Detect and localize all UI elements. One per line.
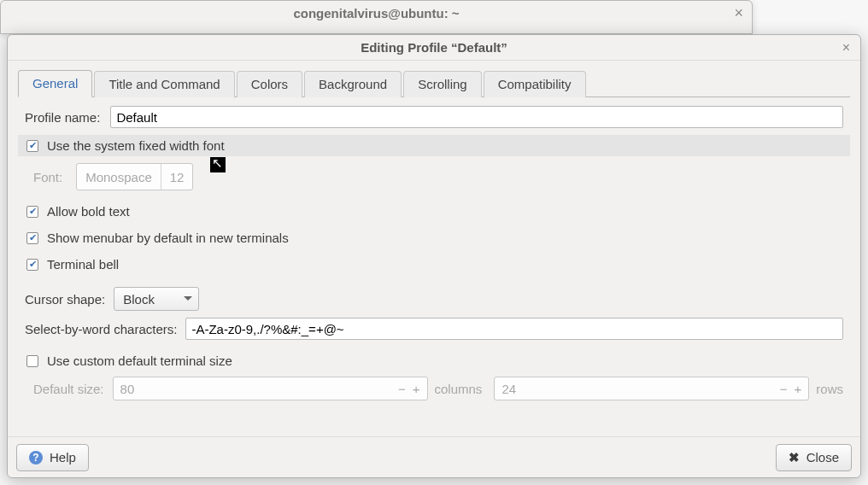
terminal-bell-row[interactable]: Terminal bell — [25, 254, 843, 275]
columns-unit: columns — [435, 382, 483, 396]
terminal-menubar — [1, 25, 752, 33]
close-x-icon: ✖ — [789, 450, 800, 465]
terminal-close-icon[interactable]: × — [734, 4, 743, 22]
use-custom-size-label: Use custom default terminal size — [47, 354, 232, 368]
select-by-word-label: Select-by-word characters: — [25, 322, 177, 336]
tab-scrolling[interactable]: Scrolling — [403, 71, 482, 97]
rows-spinner: −+ — [494, 377, 809, 400]
tab-strip: General Title and Command Colors Backgro… — [18, 69, 850, 97]
font-name: Monospace — [77, 164, 161, 190]
rows-minus-icon: − — [780, 382, 788, 396]
use-system-font-checkbox[interactable] — [26, 140, 38, 152]
profile-editor-dialog: Editing Profile “Default” × General Titl… — [7, 34, 861, 478]
help-icon: ? — [29, 451, 43, 465]
cursor-shape-row: Cursor shape: Block — [25, 287, 843, 311]
rows-plus-icon: + — [795, 382, 802, 396]
close-icon[interactable]: × — [842, 40, 850, 56]
help-button[interactable]: ? Help — [16, 444, 89, 471]
dialog-titlebar: Editing Profile “Default” × — [8, 35, 860, 61]
tab-content-general: Profile name: Use the system fixed width… — [18, 97, 850, 436]
dialog-title: Editing Profile “Default” — [361, 40, 507, 55]
use-system-font-label: Use the system fixed width font — [47, 138, 225, 153]
tab-background[interactable]: Background — [304, 71, 402, 97]
allow-bold-label: Allow bold text — [47, 204, 130, 219]
profile-name-input[interactable] — [110, 106, 843, 128]
use-system-font-row[interactable]: Use the system fixed width font — [18, 135, 850, 156]
columns-spinner: −+ — [113, 377, 428, 400]
columns-minus-icon: − — [398, 382, 406, 396]
rows-unit: rows — [816, 382, 843, 396]
tab-compatibility[interactable]: Compatibility — [484, 71, 586, 97]
default-size-label: Default size: — [33, 382, 104, 396]
terminal-bell-checkbox[interactable] — [26, 259, 38, 271]
columns-input — [120, 382, 391, 396]
show-menubar-row[interactable]: Show menubar by default in new terminals — [25, 227, 843, 248]
use-custom-size-checkbox[interactable] — [26, 355, 38, 367]
close-button-label: Close — [806, 450, 839, 465]
show-menubar-label: Show menubar by default in new terminals — [47, 231, 289, 245]
select-by-word-input[interactable] — [185, 318, 843, 340]
default-size-row: Default size: −+ columns −+ rows — [33, 377, 843, 400]
select-by-word-row: Select-by-word characters: — [25, 318, 843, 340]
cursor-shape-label: Cursor shape: — [25, 292, 105, 307]
show-menubar-checkbox[interactable] — [26, 232, 38, 244]
help-button-label: Help — [50, 450, 76, 465]
tab-title-and-command[interactable]: Title and Command — [94, 71, 234, 97]
close-button[interactable]: ✖ Close — [776, 444, 852, 471]
dialog-footer: ? Help ✖ Close — [8, 436, 860, 477]
font-picker-button: Monospace 12 — [76, 163, 193, 190]
font-size: 12 — [161, 164, 193, 190]
font-label: Font: — [33, 170, 62, 184]
columns-plus-icon: + — [413, 382, 420, 396]
rows-input — [501, 382, 772, 396]
profile-name-label: Profile name: — [25, 110, 100, 125]
font-row: Font: Monospace 12 — [33, 163, 843, 190]
terminal-titlebar: congenitalvirus@ubuntu: ~ × — [1, 1, 752, 25]
terminal-bell-label: Terminal bell — [47, 257, 119, 272]
allow-bold-row[interactable]: Allow bold text — [25, 201, 843, 222]
tab-colors[interactable]: Colors — [237, 71, 302, 97]
allow-bold-checkbox[interactable] — [26, 206, 38, 218]
cursor-shape-select[interactable]: Block — [114, 287, 199, 311]
terminal-window: congenitalvirus@ubuntu: ~ × — [0, 0, 753, 34]
terminal-title: congenitalvirus@ubuntu: ~ — [293, 6, 459, 20]
use-custom-size-row[interactable]: Use custom default terminal size — [25, 350, 843, 371]
profile-name-row: Profile name: — [25, 106, 843, 128]
tab-general[interactable]: General — [18, 70, 92, 97]
